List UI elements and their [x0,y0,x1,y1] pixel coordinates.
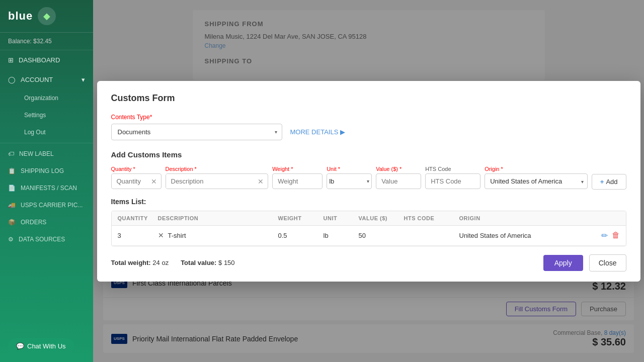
table-row: 3 ✕ T-shirt 0.5 lb 50 United States of A… [112,226,626,246]
modal-title: Customs Form [111,93,626,104]
balance-display: Balance: $32.45 [0,33,93,50]
origin-select[interactable]: United States of America China Germany J… [485,173,588,189]
row-description: ✕ T-shirt [158,231,278,239]
unit-arrow-icon: ▾ [367,178,371,184]
unit-select-wrapper: lb oz kg g ▾ [327,173,372,189]
hts-code-input[interactable] [425,173,480,189]
usps-icon: 🚚 [8,202,16,209]
sidebar-item-settings[interactable]: Settings [16,107,93,124]
row-quantity: 3 [118,232,158,239]
row-edit-button[interactable]: ✏ [601,231,608,240]
add-button-group: + Add [592,166,626,190]
col-description: DESCRIPTION [158,215,278,221]
sidebar: blue ◆ Balance: $32.45 ⊞ DASHBOARD ◯ ACC… [0,0,93,362]
sidebar-item-label: DASHBOARD [19,56,60,64]
orders-text: ORDERS [21,219,46,226]
totals-area: Total weight: 24 oz Total value: $ 150 [111,259,235,266]
unit-field-group: Unit * lb oz kg g ▾ [327,166,372,189]
sidebar-item-orders[interactable]: 📦 ORDERS [0,214,93,231]
sidebar-item-label: ACCOUNT [21,76,53,83]
row-origin: United States of America [459,232,580,239]
row-description-text: T-shirt [168,232,186,239]
sidebar-item-usps-carrier[interactable]: 🚚 USPS CARRIER PIC... [0,197,93,214]
more-details-button[interactable]: MORE DETAILS ▶ [290,128,346,136]
description-field-group: Description * ✕ [166,166,269,189]
origin-label: Origin * [485,166,588,172]
table-header: QUANTITY DESCRIPTION WEIGHT UNIT VALUE (… [112,211,626,226]
chat-widget[interactable]: 💬 Chat With Us [8,338,74,354]
manifests-icon: 📄 [8,185,16,192]
sidebar-logo: blue ◆ [0,0,93,33]
col-actions [580,215,620,221]
add-item-button[interactable]: + Add [592,174,626,190]
row-actions: ✏ 🗑 [580,231,620,240]
dashboard-icon: ⊞ [8,56,14,64]
description-input-wrapper: ✕ [166,173,269,189]
quantity-input-wrapper: ✕ [111,173,162,189]
chat-icon: 💬 [16,342,24,350]
weight-input[interactable] [272,173,323,189]
total-value-value: $ 150 [218,259,235,266]
manifests-text: MANIFESTS / SCAN [21,185,77,192]
quantity-clear-button[interactable]: ✕ [147,177,161,186]
account-icon: ◯ [8,76,16,83]
data-sources-icon: ⚙ [8,236,14,243]
total-value-label: Total value: [181,259,216,266]
sidebar-item-organization[interactable]: Organization [16,89,93,107]
chat-label: Chat With Us [27,342,66,350]
total-weight-display: Total weight: 24 oz [111,259,169,266]
hts-code-label: HTS Code [425,166,480,172]
app-logo-badge: ◆ [38,7,56,25]
orders-icon: 📦 [8,219,16,226]
quantity-field-group: Quantity * ✕ [111,166,162,189]
origin-select-wrapper: United States of America China Germany J… [485,173,588,189]
sidebar-item-new-label[interactable]: 🏷 NEW LABEL [0,145,93,162]
logo-icon: ◆ [43,11,50,22]
value-field-group: Value ($) * [376,166,421,189]
col-unit: UNIT [324,215,359,221]
hts-code-field-group: HTS Code [425,166,480,189]
col-origin: ORIGIN [459,215,580,221]
customs-form-row: Quantity * ✕ Description * ✕ [111,166,626,190]
main-content: SHIPPING FROM Milena Music, 1224 Del Mar… [93,0,644,362]
row-unit: lb [324,232,359,239]
row-remove-button[interactable]: ✕ [158,231,164,239]
row-value: 50 [359,232,404,239]
quantity-input[interactable] [112,174,147,189]
sidebar-item-logout[interactable]: Log Out [16,124,93,141]
shipping-log-icon: 📋 [8,167,16,174]
apply-button[interactable]: Apply [543,255,583,271]
sidebar-item-dashboard[interactable]: ⊞ DASHBOARD [0,50,93,70]
label-icon: 🏷 [8,150,14,157]
shipping-log-text: SHIPPING LOG [21,167,64,174]
row-weight: 0.5 [278,232,324,239]
customs-form-modal: Customs Form Contents Type* Documents Gi… [97,81,640,282]
description-input[interactable] [166,174,254,189]
sidebar-item-manifests[interactable]: 📄 MANIFESTS / SCAN [0,179,93,197]
value-label: Value ($) * [376,166,421,172]
row-delete-button[interactable]: 🗑 [612,231,620,240]
data-sources-text: DATA SOURCES [19,236,65,243]
modal-overlay: Customs Form Contents Type* Documents Gi… [93,0,644,362]
more-details-label: MORE DETAILS [290,128,339,136]
contents-type-select[interactable]: Documents Gift Merchandise Returned Good… [111,124,282,140]
sidebar-item-account[interactable]: ◯ ACCOUNT ▾ [0,70,93,89]
description-clear-button[interactable]: ✕ [254,177,268,186]
col-quantity: QUANTITY [118,215,158,221]
origin-field-group: Origin * United States of America China … [485,166,588,189]
modal-footer: Total weight: 24 oz Total value: $ 150 A… [111,254,626,272]
add-label: Add [606,178,617,186]
sidebar-item-shipping-log[interactable]: 📋 SHIPPING LOG [0,162,93,179]
value-input[interactable] [376,173,421,189]
contents-type-label: Contents Type* [111,114,626,121]
org-label: Organization [24,95,58,102]
items-list-title: Items List: [111,198,626,206]
col-value: VALUE ($) [359,215,404,221]
usps-text: USPS CARRIER PIC... [21,202,83,209]
col-hts-code: HTS CODE [404,215,459,221]
weight-field-group: Weight * [272,166,323,189]
sidebar-item-data-sources[interactable]: ⚙ DATA SOURCES [0,231,93,248]
unit-select[interactable]: lb oz kg g [327,174,367,189]
add-customs-title: Add Customs Items [111,150,626,159]
close-button[interactable]: Close [589,254,626,272]
